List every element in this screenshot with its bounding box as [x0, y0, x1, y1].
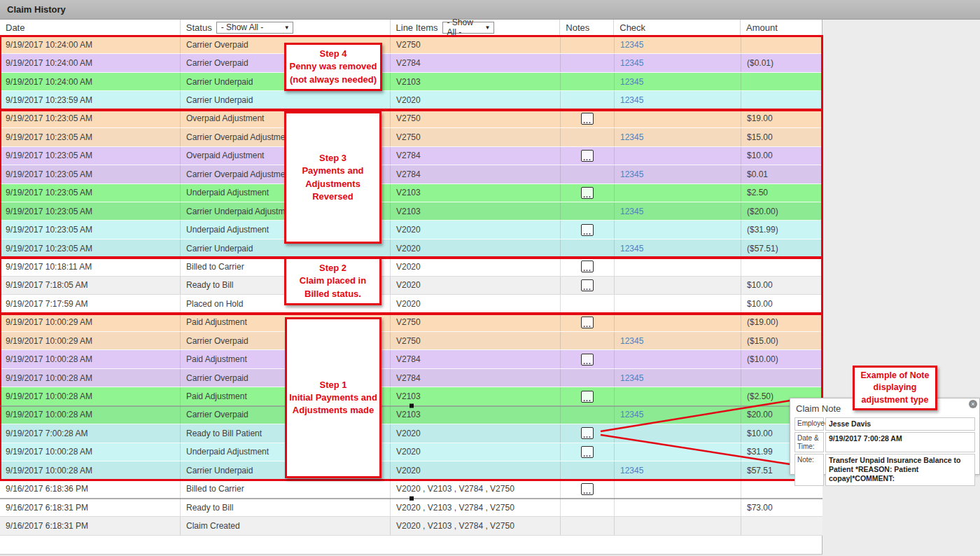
note-button[interactable]: ...: [581, 113, 594, 125]
cell-date: 9/19/2017 10:00:29 AM: [0, 314, 181, 331]
annotation-step4-box: Step 4 Penny was removed (not always nee…: [284, 43, 382, 91]
check-number-link[interactable]: 12345: [620, 244, 643, 253]
cell-line-items: V2750: [391, 36, 561, 53]
check-number-link[interactable]: 12345: [620, 466, 643, 475]
column-header-amount: Amount: [741, 20, 822, 35]
check-number-link[interactable]: 12345: [620, 373, 643, 383]
cell-amount: [741, 73, 822, 90]
cell-check: [615, 221, 741, 238]
note-button[interactable]: ...: [581, 187, 594, 199]
note-button[interactable]: ...: [581, 279, 594, 291]
cell-date: 9/16/2017 6:18:31 PM: [0, 517, 181, 534]
note-button[interactable]: ...: [581, 391, 594, 403]
note-button[interactable]: ...: [581, 354, 594, 366]
note-button[interactable]: ...: [581, 317, 594, 328]
cell-line-items: V2020 , V2103 , V2784 , V2750: [391, 480, 561, 498]
table-row: 9/19/2017 10:23:05 AMCarrier Overpaid Ad…: [0, 165, 822, 183]
status-filter-dropdown[interactable]: - Show All - ▼: [216, 22, 293, 34]
cell-notes: [561, 36, 615, 53]
note-button[interactable]: ...: [581, 483, 594, 495]
cell-notes: ...: [561, 314, 615, 331]
cell-notes: [561, 128, 615, 146]
cell-date: 9/19/2017 10:23:05 AM: [0, 165, 181, 183]
table-row: 9/19/2017 10:23:59 AMCarrier UnderpaidV2…: [0, 91, 822, 109]
check-number-link[interactable]: 12345: [620, 132, 643, 142]
cell-line-items: V2103: [391, 406, 561, 424]
check-number-link[interactable]: 12345: [620, 95, 643, 105]
cell-line-items: V2020: [391, 443, 561, 461]
cell-amount: $73.00: [741, 499, 822, 516]
table-row: 9/19/2017 10:23:05 AMUnderpaid Adjustmen…: [0, 221, 822, 239]
claim-history-grid: Date Status - Show All - ▼ Line Items - …: [0, 20, 822, 556]
cell-date: 9/19/2017 10:23:05 AM: [0, 110, 181, 127]
cell-amount: ($10.00): [741, 350, 822, 368]
cell-notes: [561, 73, 615, 90]
check-number-link[interactable]: 12345: [620, 58, 643, 68]
section-step3: 9/19/2017 10:23:05 AMOverpaid Adjustment…: [0, 110, 822, 258]
close-icon[interactable]: ×: [969, 400, 977, 408]
cell-status: Claim Created: [181, 517, 391, 534]
cell-amount: $10.00: [741, 295, 822, 312]
table-row: 9/19/2017 10:24:00 AMCarrier OverpaidV27…: [0, 54, 822, 72]
annotation-step3-box: Step 3 Payments and Adjustments Reversed: [284, 111, 382, 244]
cell-check: [615, 295, 741, 312]
cell-notes: [561, 499, 615, 516]
ellipsis-icon: ...: [583, 155, 591, 161]
claim-history-window: Claim History Date Status - Show All - ▼…: [0, 0, 980, 556]
cell-date: 9/19/2017 10:00:28 AM: [0, 406, 181, 424]
column-header-status: Status - Show All - ▼: [181, 20, 391, 35]
note-button[interactable]: ...: [581, 427, 594, 439]
cell-line-items: V2750: [391, 110, 561, 127]
check-number-link[interactable]: 12345: [620, 169, 643, 179]
table-row: 9/19/2017 7:17:59 AMPlaced on HoldV2020$…: [0, 295, 822, 313]
ellipsis-icon: ...: [583, 265, 591, 272]
cell-notes: ...: [561, 184, 615, 202]
column-header-check: Check: [614, 20, 741, 35]
cell-check: [615, 387, 741, 405]
annotation-step2-box: Step 2 Claim placed in Billed status.: [284, 257, 382, 305]
section-tail: 9/16/2017 6:18:36 PMBilled to CarrierV20…: [0, 480, 822, 536]
table-row: 9/19/2017 10:23:05 AMCarrier Underpaid A…: [0, 202, 822, 221]
cell-line-items: V2750: [391, 332, 561, 349]
cell-amount: $19.00: [741, 110, 822, 127]
cell-amount: $10.00: [741, 277, 822, 294]
check-number-link[interactable]: 12345: [620, 207, 643, 216]
cell-date: 9/19/2017 10:00:28 AM: [0, 461, 181, 479]
ellipsis-icon: ...: [583, 321, 591, 328]
window-title-bar: Claim History: [0, 0, 980, 20]
table-row: 9/19/2017 7:00:28 AMReady to Bill Patien…: [0, 424, 822, 443]
ellipsis-icon: ...: [583, 192, 591, 198]
cell-notes: [561, 461, 615, 479]
ellipsis-icon: ...: [583, 359, 591, 365]
column-header-line-items: Line Items - Show All - ▼: [391, 20, 561, 35]
cell-date: 9/19/2017 10:23:05 AM: [0, 147, 181, 165]
claim-note-datetime-field: Date & Time: 9/19/2017 7:00:28 AM: [794, 432, 975, 452]
note-button[interactable]: ...: [581, 260, 594, 272]
cell-line-items: V2020 , V2103 , V2784 , V2750: [391, 517, 561, 534]
table-row: 9/19/2017 10:00:29 AMCarrier OverpaidV27…: [0, 332, 822, 350]
cell-amount: ($15.00): [741, 332, 822, 349]
cell-check: 12345: [615, 36, 741, 53]
note-button[interactable]: ...: [581, 446, 594, 458]
cell-check: [615, 277, 741, 294]
note-button[interactable]: ...: [581, 150, 594, 162]
cell-notes: ...: [561, 221, 615, 238]
cell-line-items: V2784: [391, 165, 561, 183]
check-number-link[interactable]: 12345: [620, 410, 643, 419]
cell-line-items: V2750: [391, 128, 561, 146]
line-items-filter-dropdown[interactable]: - Show All - ▼: [442, 22, 494, 34]
check-number-link[interactable]: 12345: [620, 77, 643, 87]
cell-amount: [741, 36, 822, 53]
note-button[interactable]: ...: [581, 224, 594, 236]
cell-amount: ($19.00): [741, 314, 822, 331]
check-number-link[interactable]: 12345: [620, 40, 643, 50]
cell-check: 12345: [615, 461, 741, 479]
cell-date: 9/19/2017 10:23:59 AM: [0, 91, 181, 109]
check-number-link[interactable]: 12345: [620, 336, 643, 346]
cell-line-items: V2103: [391, 202, 561, 220]
cell-check: [615, 184, 741, 202]
cell-line-items: V2020 , V2103 , V2784 , V2750: [391, 499, 561, 516]
cell-date: 9/19/2017 10:23:05 AM: [0, 128, 181, 146]
cell-date: 9/19/2017 10:00:28 AM: [0, 350, 181, 368]
table-row: 9/19/2017 10:00:29 AMPaid AdjustmentV275…: [0, 314, 822, 332]
